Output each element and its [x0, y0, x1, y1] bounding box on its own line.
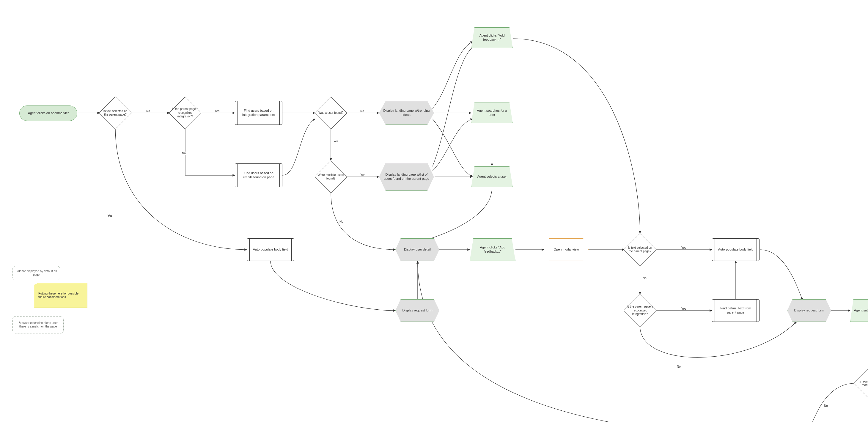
edge-label-yes: Yes — [107, 214, 113, 217]
node-label: Agent selects a user — [477, 175, 507, 179]
node-label: Was a user found? — [318, 111, 343, 115]
node-label: Find default text from parent page — [715, 306, 757, 315]
node-label: Is the parent page a recognized integrat… — [626, 305, 654, 316]
useraction-search-user: Agent searches for a user — [471, 102, 513, 123]
node-label: Agent submits request — [854, 309, 868, 313]
edge-label-no: No — [676, 365, 681, 368]
edges-layer — [0, 0, 868, 422]
edge-label-no: No — [642, 277, 647, 280]
useraction-select-user: Agent selects a user — [471, 166, 513, 187]
edge-label-yes: Yes — [360, 173, 366, 176]
edge-label-no: No — [360, 109, 365, 112]
node-label: Display landing page w/list of users fou… — [382, 173, 431, 181]
start-terminator: Agent clicks on bookmarklet — [19, 105, 77, 121]
node-label: Display request form — [794, 309, 824, 313]
display-request-form-left: Display request form — [395, 299, 439, 322]
node-label: Find users based on emails found on page — [238, 171, 280, 180]
edge-label-no: No — [824, 404, 829, 408]
process-autopopulate-1: Auto-populate body field — [247, 238, 294, 261]
decision-user-found: Was a user found? — [315, 97, 347, 129]
node-label: Sidebar displayed by default on page — [15, 269, 57, 277]
decision-text-selected-1: Is text selected on the parent page? — [100, 97, 131, 129]
node-label: Agent clicks "Add feedback…" — [474, 34, 510, 42]
node-label: Display landing page w/trending ideas — [382, 109, 431, 117]
display-trending: Display landing page w/trending ideas — [379, 101, 434, 125]
annotation-browser-extension: Browser extension alerts user there is a… — [12, 316, 64, 333]
node-label: Were multiple users found? — [317, 173, 344, 181]
annotation-sidebar-default: Sidebar displayed by default on page — [12, 266, 60, 280]
decision-recognized-integration-2: Is the parent page a recognized integrat… — [624, 295, 656, 326]
display-user-detail: Display user detail — [395, 238, 439, 261]
node-label: Agent clicks "Add feedback…" — [472, 246, 513, 254]
edge-label-no: No — [339, 220, 344, 223]
flowchart-canvas: Agent clicks on bookmarklet Is text sele… — [0, 0, 868, 422]
node-label: Find users based on integration paramete… — [238, 109, 280, 117]
node-label: Agent clicks on bookmarklet — [28, 111, 69, 115]
node-label: Display user detail — [404, 248, 431, 252]
useraction-submit-request: Agent submits request — [850, 299, 868, 322]
node-label: Auto-populate body field — [251, 248, 290, 252]
process-find-users-email: Find users based on emails found on page — [235, 163, 282, 187]
edge-label-yes: Yes — [681, 246, 687, 249]
edge-label-yes: Yes — [214, 109, 220, 112]
display-request-form-right: Display request form — [787, 299, 831, 322]
node-label: Open modal view — [554, 248, 579, 252]
display-user-list: Display landing page w/list of users fou… — [379, 163, 434, 191]
sticky-note: Putting these here for possible future c… — [34, 283, 87, 308]
node-label: Is the parent page a recognized integrat… — [172, 107, 199, 119]
useraction-add-feedback-top: Agent clicks "Add feedback…" — [471, 27, 513, 48]
decision-multiple-users-found: Were multiple users found? — [315, 161, 347, 193]
process-autopopulate-2: Auto-populate body field — [712, 238, 760, 261]
prep-open-modal: Open modal view — [544, 238, 589, 261]
node-label: Display request form — [402, 309, 433, 313]
node-label: Agent searches for a user — [474, 109, 510, 117]
node-label: Is text selected on the parent page? — [102, 109, 129, 117]
decision-recognized-integration-1: Is the parent page a recognized integrat… — [169, 97, 201, 129]
process-find-users-integration: Find users based on integration paramete… — [235, 101, 282, 125]
decision-text-selected-2: Is text selected on the parent page? — [624, 234, 656, 265]
node-label: Is request form in modal view? — [857, 380, 868, 387]
node-label: Is text selected on the parent page? — [626, 246, 654, 254]
edge-label-yes: Yes — [333, 140, 339, 143]
edge-label-no: No — [146, 109, 151, 112]
useraction-add-feedback-mid: Agent clicks "Add feedback…" — [470, 238, 516, 261]
node-label: Putting these here for possible future c… — [38, 292, 84, 299]
node-label: Browser extension alerts user there is a… — [15, 321, 61, 329]
decision-in-modal: Is request form in modal view? — [854, 368, 868, 399]
edge-label-no: No — [181, 152, 186, 155]
node-label: Auto-populate body field — [716, 248, 755, 252]
edge-label-yes: Yes — [681, 307, 687, 310]
process-find-default-text: Find default text from parent page — [712, 299, 760, 322]
